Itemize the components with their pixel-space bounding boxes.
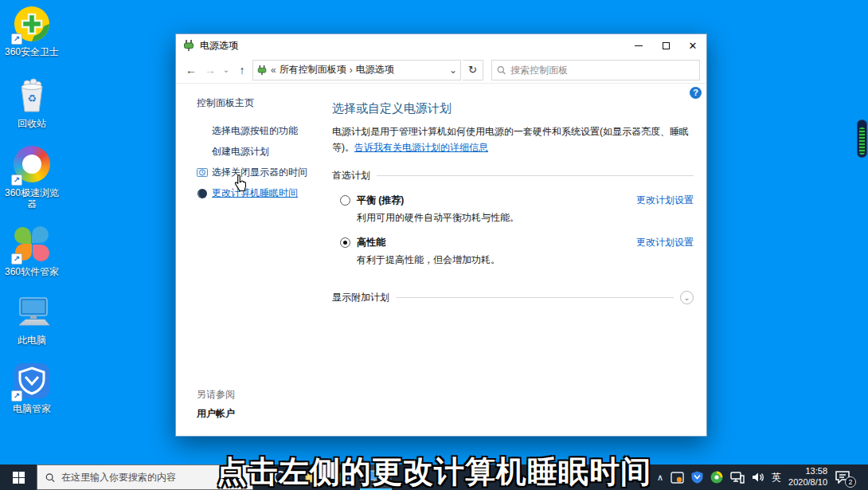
sidebar-item-user-accounts[interactable]: 用户帐户 <box>197 407 235 421</box>
system-tray: ∧ 英 13:58 2020/8/10 2 <box>657 465 868 490</box>
desktop-icon-this-pc[interactable]: 此电脑 <box>0 293 64 346</box>
clock[interactable]: 13:58 2020/8/10 <box>788 466 827 488</box>
360-browser-icon: ↗ <box>13 146 51 184</box>
main-content: ? 选择或自定义电源计划 电源计划是用于管理计算机如何使用电源的一套硬件和系统设… <box>324 84 706 435</box>
desktop-icon-360-software[interactable]: ↗ 360软件管家 <box>0 225 64 277</box>
window-title: 电源选项 <box>200 39 625 53</box>
desktop-icon-360-browser[interactable]: ↗ 360极速浏览器 <box>0 145 64 210</box>
section-divider <box>377 175 694 176</box>
shortcut-arrow-icon: ↗ <box>11 174 22 186</box>
ime-indicator[interactable]: 英 <box>772 471 781 484</box>
plan-description: 利用可用的硬件自动平衡功耗与性能。 <box>357 211 694 225</box>
desktop-icon-label: 360极速浏览器 <box>2 187 61 210</box>
change-plan-settings-link[interactable]: 更改计划设置 <box>636 194 694 207</box>
sidebar-item-change-sleep-time[interactable]: 更改计算机睡眠时间 <box>197 186 324 200</box>
search-icon <box>497 65 506 75</box>
history-dropdown-icon[interactable]: ⌄ <box>221 65 232 74</box>
sidebar-item-label: 选择电源按钮的功能 <box>212 124 298 138</box>
refresh-button[interactable]: ↻ <box>463 60 483 80</box>
recycle-bin-icon: ♻ <box>13 76 51 115</box>
sidebar-item-label: 更改计算机睡眠时间 <box>212 186 298 200</box>
network-icon[interactable] <box>730 472 745 484</box>
plan-name[interactable]: 高性能 <box>357 236 636 249</box>
preferred-plans-section: 首选计划 <box>332 169 694 182</box>
volume-icon[interactable] <box>752 472 764 483</box>
balanced-radio[interactable] <box>340 195 350 206</box>
help-icon[interactable]: ? <box>690 87 702 99</box>
windows-logo-icon <box>13 472 25 484</box>
control-panel-search[interactable] <box>491 60 700 80</box>
expand-additional-plans-icon[interactable]: ⌄ <box>680 291 694 304</box>
minimize-button[interactable] <box>625 34 652 57</box>
subtitle-overlay: 点击左侧的更改计算机睡眠时间 <box>217 452 651 490</box>
svg-text:♻: ♻ <box>27 92 37 104</box>
breadcrumb-item-all-control-panel[interactable]: 所有控制面板项 <box>280 63 346 76</box>
maximize-button[interactable] <box>652 34 679 57</box>
breadcrumb-collapse[interactable]: « <box>271 65 276 76</box>
start-button[interactable] <box>0 465 37 490</box>
pc-manager-tray-icon[interactable] <box>691 471 703 484</box>
power-options-window: 电源选项 ✕ ← → ⌄ ↑ « 所有控制面板项 › 电源选项 ⌄ ↻ <box>175 33 707 437</box>
sidebar-item-label: 创建电源计划 <box>212 145 269 159</box>
notification-badge: 2 <box>845 476 856 488</box>
sidebar-item-create-plan[interactable]: 创建电源计划 <box>197 145 324 159</box>
section-divider <box>396 297 674 298</box>
title-bar[interactable]: 电源选项 ✕ <box>176 34 706 57</box>
breadcrumb-item-power-options[interactable]: 电源选项 <box>356 63 394 76</box>
desktop: ↗ 360安全卫士 ♻ 回收站 ↗ 360极速浏览器 ↗ 360软件管家 此电脑… <box>0 0 868 490</box>
desktop-icon-360-safe[interactable]: ↗ 360安全卫士 <box>0 5 64 57</box>
display-time-icon <box>197 167 208 178</box>
360-tray-icon[interactable] <box>710 471 723 484</box>
sidebar-item-display-off-time[interactable]: 选择关闭显示器的时间 <box>197 166 324 179</box>
shortcut-arrow-icon: ↗ <box>11 33 22 45</box>
power-options-icon <box>182 39 195 52</box>
360-software-manager-icon: ↗ <box>13 225 51 263</box>
close-button[interactable]: ✕ <box>679 34 706 57</box>
sidebar-item-label: 选择关闭显示器的时间 <box>212 166 307 179</box>
desktop-icon-label: 360安全卫士 <box>0 46 64 57</box>
breadcrumb-separator-icon: › <box>350 65 353 76</box>
tray-date: 2020/8/10 <box>788 477 827 488</box>
search-input[interactable] <box>510 65 694 76</box>
address-bar[interactable]: « 所有控制面板项 › 电源选项 ⌄ <box>252 60 461 80</box>
address-dropdown-icon[interactable]: ⌄ <box>449 65 457 76</box>
up-icon[interactable]: ↑ <box>233 64 251 76</box>
sidebar-item-control-panel-home[interactable]: 控制面板主页 <box>197 96 324 110</box>
mouse-cursor-hand <box>233 174 248 193</box>
edge-battery-widget[interactable] <box>857 120 867 158</box>
tray-time: 13:58 <box>788 466 827 477</box>
plan-description: 有利于提高性能，但会增加功耗。 <box>357 253 694 267</box>
desktop-icon-label: 电脑管家 <box>0 403 64 414</box>
page-title: 选择或自定义电源计划 <box>332 101 694 116</box>
learn-more-link[interactable]: 告诉我有关电源计划的详细信息 <box>354 142 488 153</box>
desktop-icon-pc-manager[interactable]: ↗ 电脑管家 <box>0 362 64 414</box>
sidebar-item-power-buttons[interactable]: 选择电源按钮的功能 <box>197 124 324 138</box>
this-pc-icon <box>13 293 51 331</box>
pc-manager-icon: ↗ <box>13 362 51 400</box>
high-performance-radio[interactable] <box>340 237 350 248</box>
plan-name[interactable]: 平衡 (推荐) <box>357 194 636 207</box>
shortcut-arrow-icon: ↗ <box>11 253 22 265</box>
forward-icon[interactable]: → <box>201 64 219 76</box>
sleep-icon <box>197 188 208 199</box>
power-options-icon <box>256 65 268 76</box>
navigation-bar: ← → ⌄ ↑ « 所有控制面板项 › 电源选项 ⌄ ↻ <box>176 57 706 84</box>
search-icon <box>45 472 55 483</box>
tray-chevron-icon[interactable]: ∧ <box>657 472 663 483</box>
360-safe-icon: ↗ <box>13 5 51 43</box>
plan-row-high-performance: 高性能 更改计划设置 <box>332 236 694 249</box>
shortcut-arrow-icon: ↗ <box>11 390 22 402</box>
intro-text: 电源计划是用于管理计算机如何使用电源的一套硬件和系统设置(如显示器亮度、睡眠等)… <box>332 124 694 156</box>
desktop-icon-label: 360软件管家 <box>0 266 64 277</box>
desktop-icon-label: 此电脑 <box>0 335 64 346</box>
desktop-icon-recycle-bin[interactable]: ♻ 回收站 <box>0 76 64 129</box>
change-plan-settings-link[interactable]: 更改计划设置 <box>636 236 694 249</box>
desktop-icon-label: 回收站 <box>0 118 64 129</box>
section-label: 显示附加计划 <box>332 291 389 304</box>
see-also-heading: 另请参阅 <box>197 388 235 402</box>
plan-row-balanced: 平衡 (推荐) 更改计划设置 <box>332 194 694 207</box>
screenshot-tray-icon[interactable] <box>671 472 684 484</box>
section-label: 首选计划 <box>332 169 370 182</box>
action-center-icon[interactable]: 2 <box>835 470 852 484</box>
back-icon[interactable]: ← <box>182 64 200 76</box>
